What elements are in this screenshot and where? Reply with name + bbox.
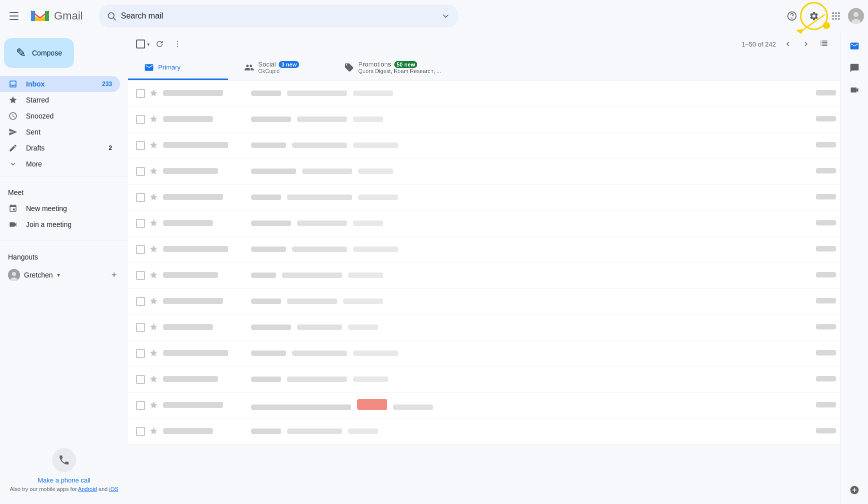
email-star[interactable] [149,88,159,98]
email-star[interactable] [149,296,159,306]
search-bar-inner[interactable]: Search mail [99,4,459,28]
right-panel-add-button[interactable] [844,480,864,500]
email-star[interactable] [149,400,159,410]
sidebar-item-more[interactable]: More [0,156,120,172]
email-row[interactable] [128,158,840,184]
phone-call-link[interactable]: Make a phone call [38,476,91,484]
sidebar-item-new-meeting[interactable]: New meeting [0,200,120,216]
sidebar-item-join-meeting[interactable]: Join a meeting [0,216,120,232]
email-row[interactable] [128,210,840,236]
join-meeting-icon [8,220,18,230]
email-row[interactable] [128,236,840,262]
select-dropdown[interactable]: ▾ [147,42,150,47]
email-checkbox[interactable] [136,193,145,202]
settings-button[interactable] [804,6,824,26]
email-row[interactable] [128,262,840,288]
email-list [128,80,840,504]
email-sender [163,350,243,358]
email-checkbox[interactable] [136,89,145,98]
tab-primary[interactable]: Primary [128,56,228,80]
sidebar-item-snoozed[interactable]: Snoozed [0,108,120,124]
email-sender [163,220,243,228]
email-star[interactable] [149,166,159,176]
help-button[interactable] [782,6,802,26]
email-date [796,220,836,227]
email-checkbox[interactable] [136,219,145,228]
compose-button[interactable]: ✎ Compose [4,38,74,68]
right-panel-mail-button[interactable] [844,36,864,56]
email-row[interactable] [128,418,840,444]
email-star[interactable] [149,374,159,384]
svg-point-22 [12,272,16,276]
email-checkbox[interactable] [136,245,145,254]
prev-page-button[interactable] [780,36,796,52]
email-star[interactable] [149,322,159,332]
sidebar-item-inbox[interactable]: Inbox 233 [0,76,120,92]
add-hangouts-button[interactable]: + [108,269,120,281]
email-row[interactable] [128,366,840,392]
email-checkbox[interactable] [136,401,145,410]
email-star[interactable] [149,218,159,228]
email-checkbox[interactable] [136,349,145,358]
email-row[interactable] [128,392,840,418]
email-sender [163,90,243,98]
email-checkbox[interactable] [136,375,145,384]
email-row[interactable] [128,184,840,210]
email-star[interactable] [149,192,159,202]
email-checkbox[interactable] [136,297,145,306]
svg-point-9 [838,12,839,14]
sidebar-item-drafts[interactable]: Drafts 2 [0,140,120,156]
email-checkbox[interactable] [136,271,145,280]
next-page-button[interactable] [798,36,814,52]
search-dropdown-icon[interactable] [441,11,451,21]
email-star[interactable] [149,244,159,254]
tab-social[interactable]: Social 3 new OkCupid [228,56,328,80]
sidebar-item-sent[interactable]: Sent [0,124,120,140]
email-checkbox[interactable] [136,427,145,436]
more-options-button[interactable] [170,36,186,52]
hangouts-user[interactable]: Gretchen ▾ + [0,265,128,285]
email-date [796,350,836,357]
email-row[interactable] [128,314,840,340]
email-star[interactable] [149,140,159,150]
gmail-logo[interactable]: Gmail [30,9,83,23]
svg-point-8 [835,12,836,14]
email-row[interactable] [128,132,840,158]
email-date [796,272,836,279]
sidebar-label-drafts: Drafts [26,144,109,152]
svg-point-13 [832,18,834,20]
new-meeting-label: New meeting [26,204,112,212]
right-panel-meet-button[interactable] [844,80,864,100]
ios-link[interactable]: iOS [109,486,118,492]
email-snippet [243,220,796,228]
tab-promotions-icon [344,62,354,72]
select-all-checkbox[interactable] [136,40,145,48]
email-sender [163,428,243,436]
refresh-button[interactable] [152,36,168,52]
email-star[interactable] [149,426,159,436]
apps-button[interactable] [826,6,846,26]
svg-rect-2 [45,11,49,21]
email-star[interactable] [149,270,159,280]
avatar[interactable] [848,8,864,24]
right-panel-chat-button[interactable] [844,58,864,78]
search-input[interactable]: Search mail [121,12,437,20]
email-star[interactable] [149,348,159,358]
hamburger-button[interactable] [4,6,24,26]
view-options-button[interactable] [816,36,832,52]
email-row[interactable] [128,106,840,132]
email-row[interactable] [128,288,840,314]
avatar-icon [848,8,864,24]
android-link[interactable]: Android [78,486,97,492]
sidebar-label-more: More [26,160,112,168]
email-checkbox[interactable] [136,141,145,150]
email-checkbox[interactable] [136,167,145,176]
tab-promotions[interactable]: Promotions 50 new Quora Digest, Roam Res… [328,56,428,80]
email-checkbox[interactable] [136,115,145,124]
email-row[interactable] [128,340,840,366]
sidebar-item-starred[interactable]: Starred [0,92,120,108]
search-bar[interactable]: Search mail [99,4,459,28]
email-checkbox[interactable] [136,323,145,332]
email-row[interactable] [128,80,840,106]
email-star[interactable] [149,114,159,124]
